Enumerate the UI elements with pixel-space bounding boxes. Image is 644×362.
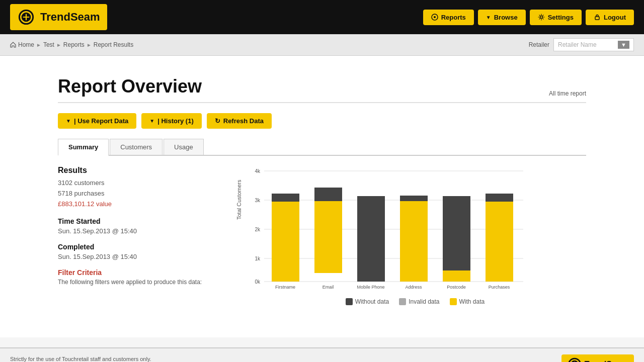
- footer: Strictly for the use of Touchretail staf…: [0, 347, 644, 362]
- legend-invalid-data: Invalid data: [399, 298, 439, 305]
- reports-button[interactable]: Reports: [423, 10, 474, 25]
- retailer-select[interactable]: Retailer Name ▼: [553, 38, 634, 51]
- chart-legend: Without data Invalid data With data: [244, 298, 586, 305]
- svg-text:Firstname: Firstname: [275, 285, 295, 290]
- report-header: Report Overview All time report: [58, 66, 586, 103]
- time-started-block: Time Started Sun. 15.Sep.2013 @ 15:40: [58, 217, 209, 235]
- breadcrumb-sep-2: ►: [56, 42, 61, 48]
- legend-label-invalid: Invalid data: [409, 298, 439, 305]
- refresh-data-button[interactable]: ↻ Refresh Data: [207, 113, 272, 129]
- breadcrumb-test[interactable]: Test: [43, 41, 54, 48]
- home-icon: [10, 42, 16, 48]
- svg-text:4k: 4k: [255, 168, 261, 174]
- header: TrendSeam Reports ▼ Browse Settings: [0, 0, 644, 34]
- purchases-count: 5718 purchases: [58, 189, 209, 199]
- bar-address-without: [400, 196, 428, 201]
- bar-postcode-with: [443, 270, 470, 282]
- chevron-down-icon: ▼: [486, 15, 491, 20]
- filter-criteria-block: Filter Criteria The following filters we…: [58, 268, 209, 286]
- tab-usage[interactable]: Usage: [164, 139, 204, 155]
- results-values: 3102 customers 5718 purchases £883,101.1…: [58, 178, 209, 209]
- bar-email-without: [314, 188, 342, 201]
- dropdown-icon-2: ▼: [149, 118, 154, 124]
- logout-button[interactable]: Logout: [586, 10, 634, 25]
- footer-text: Strictly for the use of Touchretail staf…: [10, 354, 164, 362]
- legend-label-with: With data: [459, 298, 485, 305]
- breadcrumb-reports[interactable]: Reports: [63, 41, 85, 48]
- bar-firstname-with: [272, 202, 299, 282]
- breadcrumb: Home ► Test ► Reports ► Report Results: [10, 41, 133, 48]
- results-panel: Results 3102 customers 5718 purchases £8…: [58, 166, 209, 305]
- dropdown-icon-1: ▼: [66, 118, 71, 124]
- footer-legal: Strictly for the use of Touchretail staf…: [10, 354, 164, 362]
- legend-dot-invalid: [399, 298, 406, 305]
- gear-icon: [538, 14, 545, 21]
- y-axis-label: Total Customers: [236, 180, 242, 220]
- completed-value: Sun. 15.Sep.2013 @ 15:40: [58, 253, 209, 260]
- breadcrumb-home[interactable]: Home: [18, 41, 34, 48]
- svg-text:2k: 2k: [255, 227, 261, 232]
- completed-label: Completed: [58, 243, 209, 251]
- refresh-icon: ↻: [215, 117, 220, 125]
- svg-text:Email: Email: [323, 285, 334, 290]
- legend-label-without: Without data: [355, 298, 389, 305]
- svg-text:Mobile Phone: Mobile Phone: [357, 285, 384, 290]
- bar-chart: 4k 3k 2k 1k 0k: [244, 166, 526, 292]
- results-section: Results 3102 customers 5718 purchases £8…: [58, 166, 209, 209]
- breadcrumb-sep-1: ►: [36, 42, 41, 48]
- bar-firstname-without: [272, 194, 299, 202]
- chart-area: Total Customers 4k 3k 2k: [224, 166, 586, 305]
- svg-text:0k: 0k: [255, 279, 261, 285]
- svg-text:1k: 1k: [255, 256, 261, 261]
- action-buttons: ▼ | Use Report Data ▼ | History (1) ↻ Re…: [58, 113, 586, 129]
- all-time-label: All time report: [549, 90, 586, 97]
- report-title: Report Overview: [58, 76, 202, 97]
- main-content: Report Overview All time report ▼ | Use …: [48, 56, 596, 325]
- footer-logo: TrendSeam: [561, 354, 634, 362]
- legend-with-data: With data: [450, 298, 485, 305]
- bar-mobile-without: [357, 196, 385, 282]
- browse-button[interactable]: ▼ Browse: [478, 10, 526, 25]
- settings-button[interactable]: Settings: [530, 10, 582, 25]
- bar-postcode-without: [443, 196, 470, 270]
- bar-email-with: [314, 201, 342, 273]
- customers-count: 3102 customers: [58, 178, 209, 189]
- retailer-dropdown-button[interactable]: ▼: [618, 41, 629, 49]
- nav-buttons: Reports ▼ Browse Settings Logout: [423, 10, 634, 25]
- filter-criteria-label: Filter Criteria: [58, 268, 209, 277]
- history-button[interactable]: ▼ | History (1): [141, 113, 201, 129]
- use-report-data-button[interactable]: ▼ | Use Report Data: [58, 113, 136, 129]
- breadcrumb-current: Report Results: [94, 41, 133, 48]
- tabs: Summary Customers Usage: [58, 139, 586, 156]
- lock-icon: [594, 14, 601, 21]
- breadcrumb-bar: Home ► Test ► Reports ► Report Results R…: [0, 34, 644, 56]
- time-started-label: Time Started: [58, 217, 209, 225]
- legend-dot-with: [450, 298, 457, 305]
- svg-point-4: [540, 16, 542, 19]
- breadcrumb-sep-3: ►: [87, 42, 92, 48]
- footer-logo-icon: [568, 357, 582, 362]
- logo-area: TrendSeam: [10, 4, 107, 30]
- legend-dot-without: [346, 298, 353, 305]
- legend-without-data: Without data: [346, 298, 389, 305]
- bar-purchases-without: [486, 194, 513, 202]
- bar-address-with: [400, 201, 428, 282]
- retailer-area: Retailer Retailer Name ▼: [529, 38, 634, 51]
- time-started-value: Sun. 15.Sep.2013 @ 15:40: [58, 227, 209, 235]
- retailer-label: Retailer: [529, 41, 549, 48]
- footer-logo-text: TrendSeam: [585, 360, 628, 362]
- logo-icon: [17, 8, 35, 26]
- logo-text: TrendSeam: [40, 11, 100, 24]
- svg-text:Address: Address: [405, 285, 422, 290]
- value-amount: £883,101.12 value: [58, 199, 209, 210]
- svg-text:3k: 3k: [255, 198, 261, 203]
- tab-customers[interactable]: Customers: [110, 139, 163, 155]
- reports-icon: [431, 14, 438, 21]
- completed-block: Completed Sun. 15.Sep.2013 @ 15:40: [58, 243, 209, 260]
- svg-point-3: [434, 16, 436, 18]
- content-area: Results 3102 customers 5718 purchases £8…: [58, 166, 586, 305]
- filter-criteria-desc: The following filters were applied to pr…: [58, 279, 209, 286]
- tab-summary[interactable]: Summary: [58, 139, 109, 156]
- results-title: Results: [58, 166, 209, 175]
- svg-text:Postcode: Postcode: [447, 285, 466, 290]
